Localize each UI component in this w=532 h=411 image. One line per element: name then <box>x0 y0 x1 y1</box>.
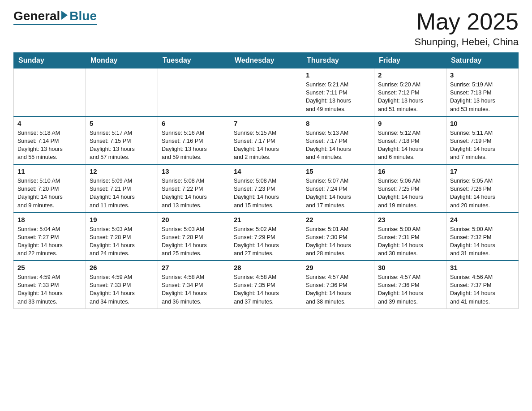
calendar-day-cell: 15Sunrise: 5:07 AM Sunset: 7:24 PM Dayli… <box>302 164 374 213</box>
day-number: 18 <box>17 216 82 223</box>
calendar-day-cell: 13Sunrise: 5:08 AM Sunset: 7:22 PM Dayli… <box>158 164 230 213</box>
calendar-day-cell: 6Sunrise: 5:16 AM Sunset: 7:16 PM Daylig… <box>158 116 230 165</box>
calendar-day-cell: 18Sunrise: 5:04 AM Sunset: 7:27 PM Dayli… <box>14 213 86 261</box>
logo-blue-text: Blue <box>69 9 97 23</box>
calendar-day-cell: 27Sunrise: 4:58 AM Sunset: 7:34 PM Dayli… <box>158 261 230 308</box>
day-number: 27 <box>162 264 226 271</box>
calendar-day-cell: 8Sunrise: 5:13 AM Sunset: 7:17 PM Daylig… <box>302 116 374 165</box>
calendar-day-cell <box>14 68 86 116</box>
day-number: 9 <box>378 120 442 127</box>
calendar-day-cell: 9Sunrise: 5:12 AM Sunset: 7:18 PM Daylig… <box>374 116 446 165</box>
day-number: 10 <box>450 120 515 127</box>
day-info: Sunrise: 5:15 AM Sunset: 7:17 PM Dayligh… <box>234 129 298 162</box>
day-number: 6 <box>162 120 226 127</box>
calendar-day-cell: 31Sunrise: 4:56 AM Sunset: 7:37 PM Dayli… <box>446 261 519 308</box>
calendar-day-cell: 19Sunrise: 5:03 AM Sunset: 7:28 PM Dayli… <box>86 213 158 261</box>
calendar-week-row: 25Sunrise: 4:59 AM Sunset: 7:33 PM Dayli… <box>14 261 519 308</box>
day-info: Sunrise: 5:17 AM Sunset: 7:15 PM Dayligh… <box>90 129 154 162</box>
day-info: Sunrise: 4:57 AM Sunset: 7:36 PM Dayligh… <box>378 273 442 306</box>
day-number: 16 <box>378 167 442 175</box>
day-info: Sunrise: 5:16 AM Sunset: 7:16 PM Dayligh… <box>162 129 226 162</box>
calendar-day-cell: 16Sunrise: 5:06 AM Sunset: 7:25 PM Dayli… <box>374 164 446 213</box>
day-of-week-header: Thursday <box>302 53 374 68</box>
day-number: 25 <box>17 264 82 271</box>
calendar-header-row: SundayMondayTuesdayWednesdayThursdayFrid… <box>14 53 519 68</box>
logo-general-text: General <box>13 9 60 23</box>
calendar-day-cell <box>230 68 302 116</box>
calendar-day-cell: 24Sunrise: 5:00 AM Sunset: 7:32 PM Dayli… <box>446 213 519 261</box>
calendar-day-cell: 23Sunrise: 5:00 AM Sunset: 7:31 PM Dayli… <box>374 213 446 261</box>
day-info: Sunrise: 4:57 AM Sunset: 7:36 PM Dayligh… <box>306 273 370 306</box>
calendar-week-row: 18Sunrise: 5:04 AM Sunset: 7:27 PM Dayli… <box>14 213 519 261</box>
calendar-day-cell <box>86 68 158 116</box>
calendar-week-row: 1Sunrise: 5:21 AM Sunset: 7:11 PM Daylig… <box>14 68 519 116</box>
day-info: Sunrise: 5:18 AM Sunset: 7:14 PM Dayligh… <box>17 129 82 162</box>
calendar-day-cell: 11Sunrise: 5:10 AM Sunset: 7:20 PM Dayli… <box>14 164 86 213</box>
day-number: 31 <box>450 264 515 271</box>
calendar-day-cell: 3Sunrise: 5:19 AM Sunset: 7:13 PM Daylig… <box>446 68 519 116</box>
day-info: Sunrise: 5:19 AM Sunset: 7:13 PM Dayligh… <box>450 81 515 113</box>
day-of-week-header: Friday <box>374 53 446 68</box>
day-number: 17 <box>450 167 515 175</box>
calendar-day-cell: 2Sunrise: 5:20 AM Sunset: 7:12 PM Daylig… <box>374 68 446 116</box>
page-header: General Blue May 2025 Shunping, Hebei, C… <box>13 9 519 48</box>
day-number: 30 <box>378 264 442 271</box>
day-info: Sunrise: 4:59 AM Sunset: 7:33 PM Dayligh… <box>17 273 82 306</box>
day-info: Sunrise: 5:03 AM Sunset: 7:28 PM Dayligh… <box>162 225 226 258</box>
month-title: May 2025 <box>415 9 519 34</box>
day-of-week-header: Saturday <box>446 53 519 68</box>
day-info: Sunrise: 4:56 AM Sunset: 7:37 PM Dayligh… <box>450 273 515 306</box>
day-info: Sunrise: 5:13 AM Sunset: 7:17 PM Dayligh… <box>306 129 370 162</box>
day-info: Sunrise: 5:08 AM Sunset: 7:23 PM Dayligh… <box>234 177 298 210</box>
calendar-day-cell: 28Sunrise: 4:58 AM Sunset: 7:35 PM Dayli… <box>230 261 302 308</box>
day-of-week-header: Wednesday <box>230 53 302 68</box>
logo-arrow-icon <box>61 11 68 20</box>
logo: General Blue <box>13 9 97 25</box>
calendar-day-cell: 1Sunrise: 5:21 AM Sunset: 7:11 PM Daylig… <box>302 68 374 116</box>
calendar-day-cell: 25Sunrise: 4:59 AM Sunset: 7:33 PM Dayli… <box>14 261 86 308</box>
calendar-day-cell: 20Sunrise: 5:03 AM Sunset: 7:28 PM Dayli… <box>158 213 230 261</box>
day-number: 19 <box>90 216 154 223</box>
day-number: 13 <box>162 167 226 175</box>
day-info: Sunrise: 5:04 AM Sunset: 7:27 PM Dayligh… <box>17 225 82 258</box>
day-info: Sunrise: 4:58 AM Sunset: 7:34 PM Dayligh… <box>162 273 226 306</box>
day-info: Sunrise: 4:59 AM Sunset: 7:33 PM Dayligh… <box>90 273 154 306</box>
calendar-day-cell: 17Sunrise: 5:05 AM Sunset: 7:26 PM Dayli… <box>446 164 519 213</box>
day-info: Sunrise: 5:01 AM Sunset: 7:30 PM Dayligh… <box>306 225 370 258</box>
day-info: Sunrise: 5:09 AM Sunset: 7:21 PM Dayligh… <box>90 177 154 210</box>
day-number: 8 <box>306 120 370 127</box>
day-info: Sunrise: 5:10 AM Sunset: 7:20 PM Dayligh… <box>17 177 82 210</box>
calendar-day-cell: 10Sunrise: 5:11 AM Sunset: 7:19 PM Dayli… <box>446 116 519 165</box>
day-number: 24 <box>450 216 515 223</box>
day-info: Sunrise: 5:06 AM Sunset: 7:25 PM Dayligh… <box>378 177 442 210</box>
day-number: 5 <box>90 120 154 127</box>
day-number: 22 <box>306 216 370 223</box>
day-info: Sunrise: 5:20 AM Sunset: 7:12 PM Dayligh… <box>378 81 442 113</box>
calendar-week-row: 11Sunrise: 5:10 AM Sunset: 7:20 PM Dayli… <box>14 164 519 213</box>
calendar-day-cell: 22Sunrise: 5:01 AM Sunset: 7:30 PM Dayli… <box>302 213 374 261</box>
day-number: 1 <box>306 71 370 79</box>
day-number: 7 <box>234 120 298 127</box>
day-info: Sunrise: 5:08 AM Sunset: 7:22 PM Dayligh… <box>162 177 226 210</box>
day-number: 15 <box>306 167 370 175</box>
day-number: 14 <box>234 167 298 175</box>
calendar-day-cell: 26Sunrise: 4:59 AM Sunset: 7:33 PM Dayli… <box>86 261 158 308</box>
day-of-week-header: Tuesday <box>158 53 230 68</box>
day-info: Sunrise: 5:11 AM Sunset: 7:19 PM Dayligh… <box>450 129 515 162</box>
day-info: Sunrise: 5:03 AM Sunset: 7:28 PM Dayligh… <box>90 225 154 258</box>
day-number: 4 <box>17 120 82 127</box>
day-info: Sunrise: 5:02 AM Sunset: 7:29 PM Dayligh… <box>234 225 298 258</box>
calendar-day-cell: 5Sunrise: 5:17 AM Sunset: 7:15 PM Daylig… <box>86 116 158 165</box>
location-label: Shunping, Hebei, China <box>415 36 519 48</box>
day-number: 26 <box>90 264 154 271</box>
day-info: Sunrise: 5:07 AM Sunset: 7:24 PM Dayligh… <box>306 177 370 210</box>
calendar-day-cell: 29Sunrise: 4:57 AM Sunset: 7:36 PM Dayli… <box>302 261 374 308</box>
day-number: 21 <box>234 216 298 223</box>
day-info: Sunrise: 4:58 AM Sunset: 7:35 PM Dayligh… <box>234 273 298 306</box>
calendar-day-cell: 21Sunrise: 5:02 AM Sunset: 7:29 PM Dayli… <box>230 213 302 261</box>
day-number: 23 <box>378 216 442 223</box>
calendar-day-cell: 14Sunrise: 5:08 AM Sunset: 7:23 PM Dayli… <box>230 164 302 213</box>
calendar-day-cell: 12Sunrise: 5:09 AM Sunset: 7:21 PM Dayli… <box>86 164 158 213</box>
day-number: 28 <box>234 264 298 271</box>
calendar-day-cell: 4Sunrise: 5:18 AM Sunset: 7:14 PM Daylig… <box>14 116 86 165</box>
